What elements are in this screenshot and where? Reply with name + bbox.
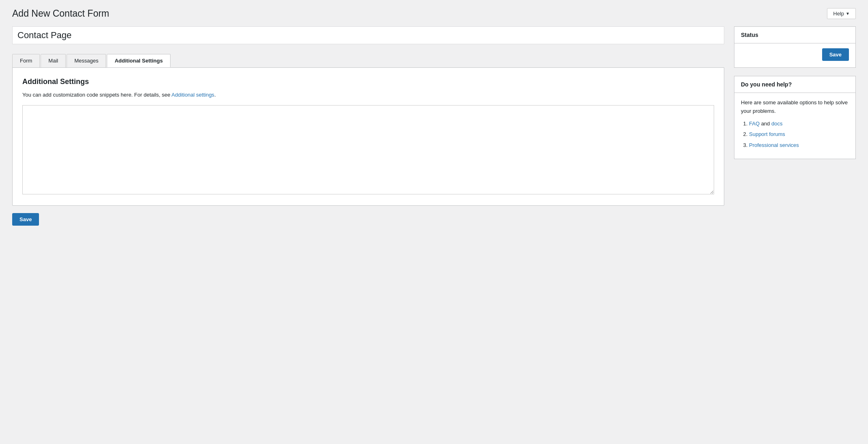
help-button-label: Help [833, 11, 844, 17]
help-intro: Here are some available options to help … [741, 99, 849, 116]
status-card-body: Save [734, 43, 855, 67]
chevron-down-icon: ▼ [846, 11, 850, 16]
panel-title: Additional Settings [22, 78, 714, 86]
panel-description: You can add customization code snippets … [22, 91, 714, 99]
status-card: Status Save [734, 26, 856, 68]
customization-code-textarea[interactable] [22, 105, 714, 194]
additional-settings-link[interactable]: Additional settings [171, 92, 214, 98]
right-column: Status Save Do you need help? Here are s… [734, 26, 856, 167]
tab-messages[interactable]: Messages [67, 54, 106, 67]
list-item: Support forums [749, 130, 849, 139]
help-card-header: Do you need help? [734, 76, 855, 93]
tab-additional-settings[interactable]: Additional Settings [107, 54, 170, 67]
list-item: FAQ and docs [749, 120, 849, 128]
and-text: and [761, 121, 771, 127]
help-card-body: Here are some available options to help … [734, 93, 855, 159]
page-title: Add New Contact Form [12, 8, 109, 19]
additional-settings-panel: Additional Settings You can add customiz… [12, 67, 724, 206]
tab-mail[interactable]: Mail [41, 54, 66, 67]
description-text-after: . [214, 92, 216, 98]
bottom-save-area: Save [12, 213, 724, 226]
list-item: Professional services [749, 141, 849, 150]
faq-link[interactable]: FAQ [749, 121, 760, 127]
support-forums-link[interactable]: Support forums [749, 131, 785, 137]
help-card: Do you need help? Here are some availabl… [734, 76, 856, 159]
status-card-header: Status [734, 27, 855, 43]
docs-link[interactable]: docs [771, 121, 782, 127]
sidebar-save-button[interactable]: Save [822, 48, 849, 61]
page-header: Add New Contact Form Help ▼ [12, 8, 856, 19]
bottom-save-button[interactable]: Save [12, 213, 39, 226]
help-list: FAQ and docs Support forums Professional… [749, 120, 849, 150]
description-text-before: You can add customization code snippets … [22, 92, 171, 98]
tabs-nav: Form Mail Messages Additional Settings [12, 54, 724, 67]
form-title-input[interactable] [12, 26, 724, 44]
tab-form[interactable]: Form [12, 54, 40, 67]
help-button[interactable]: Help ▼ [827, 8, 856, 19]
left-column: Form Mail Messages Additional Settings A… [12, 26, 724, 226]
main-layout: Form Mail Messages Additional Settings A… [12, 26, 856, 226]
professional-services-link[interactable]: Professional services [749, 142, 799, 148]
